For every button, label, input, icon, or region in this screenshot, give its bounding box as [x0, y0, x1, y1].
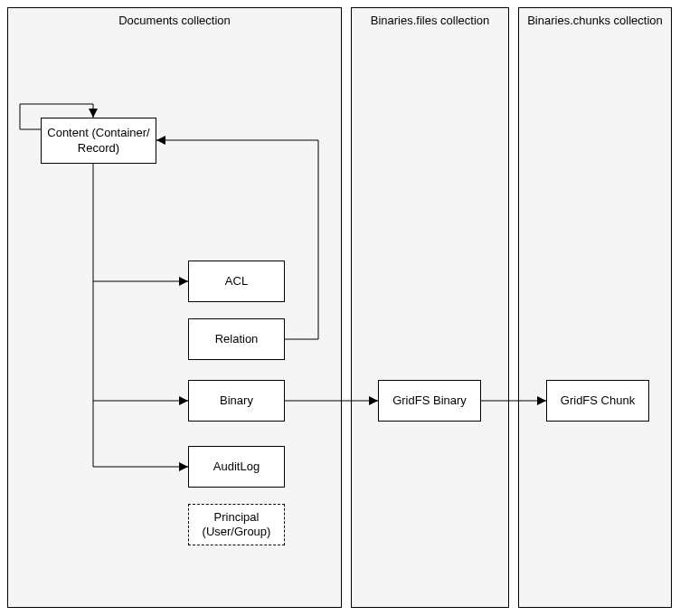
- column-title-binaries-files: Binaries.files collection: [352, 8, 508, 27]
- node-gridfs-chunk-label: GridFS Chunk: [561, 393, 635, 408]
- node-principal-label: Principal(User/Group): [203, 510, 271, 540]
- node-binary: Binary: [188, 380, 285, 422]
- node-gridfs-binary: GridFS Binary: [378, 380, 481, 422]
- node-principal: Principal(User/Group): [188, 504, 285, 545]
- node-relation-label: Relation: [215, 332, 259, 346]
- node-gridfs-chunk: GridFS Chunk: [546, 380, 649, 422]
- node-content-label: Content (Container/Record): [47, 126, 149, 156]
- node-auditlog-label: AuditLog: [213, 460, 260, 474]
- node-content: Content (Container/Record): [41, 118, 156, 164]
- column-title-documents: Documents collection: [8, 8, 341, 27]
- node-acl-label: ACL: [225, 274, 248, 289]
- node-auditlog: AuditLog: [188, 446, 285, 488]
- diagram-stage: Documents collection Binaries.files coll…: [0, 0, 680, 616]
- node-binary-label: Binary: [220, 393, 253, 408]
- column-documents: Documents collection: [7, 7, 342, 608]
- column-binaries-chunks: Binaries.chunks collection: [518, 7, 672, 608]
- column-binaries-files: Binaries.files collection: [351, 7, 509, 608]
- node-acl: ACL: [188, 261, 285, 302]
- node-gridfs-binary-label: GridFS Binary: [392, 393, 467, 408]
- column-title-binaries-chunks: Binaries.chunks collection: [519, 8, 671, 27]
- node-relation: Relation: [188, 318, 285, 360]
